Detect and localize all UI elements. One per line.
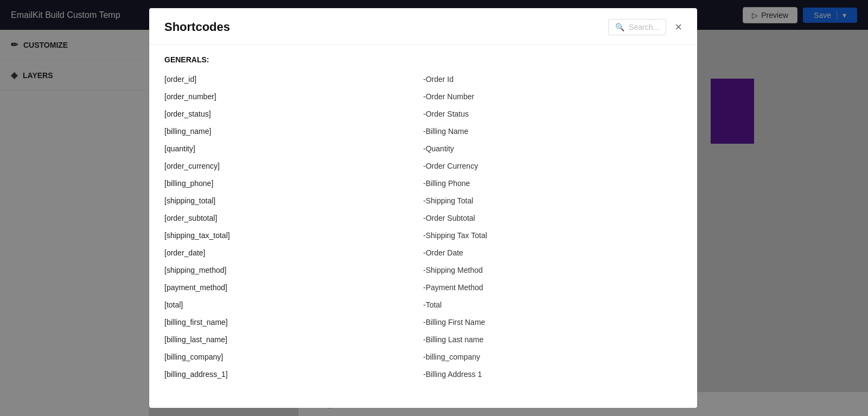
shortcode-desc: -Quantity [423,140,682,157]
shortcode-desc: -Billing Name [423,123,682,140]
shortcode-code[interactable]: [shipping_method] [164,261,423,279]
shortcode-desc: -Shipping Total [423,192,682,209]
shortcode-desc: -Billing Address 1 [423,366,682,383]
shortcode-desc: -Shipping Tax Total [423,227,682,244]
shortcode-desc: -Order Number [423,88,682,105]
shortcode-code[interactable]: [order_status] [164,105,423,123]
shortcode-code[interactable]: [billing_address_1] [164,366,423,383]
shortcode-code[interactable]: [order_date] [164,244,423,261]
shortcode-code[interactable]: [billing_name] [164,123,423,140]
section-header-generals: GENERALS: [164,55,682,64]
shortcode-code[interactable]: [billing_company] [164,348,423,366]
shortcode-code[interactable]: [order_subtotal] [164,209,423,227]
shortcode-code[interactable]: [order_number] [164,88,423,105]
shortcode-code[interactable]: [billing_last_name] [164,331,423,348]
shortcode-desc: -Order Subtotal [423,209,682,227]
shortcode-code[interactable]: [total] [164,296,423,313]
generals-section: GENERALS: [order_id]-Order Id[order_numb… [164,55,682,383]
shortcode-desc: -Billing First Name [423,313,682,331]
shortcodes-grid: [order_id]-Order Id[order_number]-Order … [164,71,682,383]
close-button[interactable]: × [675,21,682,33]
shortcode-code[interactable]: [billing_phone] [164,175,423,192]
shortcode-desc: -Payment Method [423,279,682,296]
search-box[interactable]: 🔍 Search... [608,19,666,35]
shortcode-code[interactable]: [shipping_total] [164,192,423,209]
shortcode-code[interactable]: [quantity] [164,140,423,157]
search-placeholder: Search... [629,23,659,31]
shortcode-code[interactable]: [order_id] [164,71,423,88]
shortcode-desc: -Order Id [423,71,682,88]
modal-header: Shortcodes 🔍 Search... × [149,8,697,44]
shortcode-code[interactable]: [order_currency] [164,157,423,175]
shortcode-desc: -Billing Phone [423,175,682,192]
shortcode-desc: -Order Date [423,244,682,261]
shortcode-code[interactable]: [payment_method] [164,279,423,296]
shortcode-desc: -Total [423,296,682,313]
shortcode-desc: -Billing Last name [423,331,682,348]
modal-title: Shortcodes [164,20,230,34]
modal-header-right: 🔍 Search... × [608,19,682,35]
search-icon: 🔍 [615,23,624,31]
shortcode-code[interactable]: [shipping_tax_total] [164,227,423,244]
shortcode-desc: -Order Currency [423,157,682,175]
shortcode-code[interactable]: [billing_first_name] [164,313,423,331]
shortcodes-modal: Shortcodes 🔍 Search... × GENERALS: [orde… [149,8,697,408]
shortcode-desc: -Shipping Method [423,261,682,279]
modal-body: GENERALS: [order_id]-Order Id[order_numb… [149,44,697,408]
shortcode-desc: -billing_company [423,348,682,366]
shortcode-desc: -Order Status [423,105,682,123]
